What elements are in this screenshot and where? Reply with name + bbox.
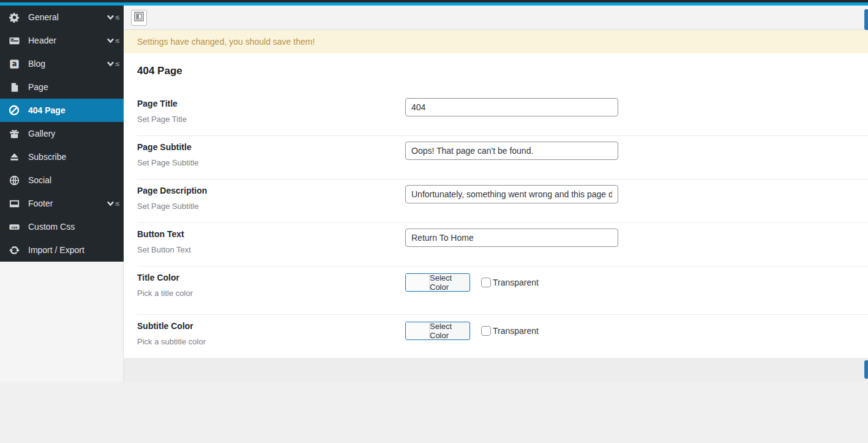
chevron-down-icon[interactable]: ≲ <box>107 14 120 20</box>
select-color-label: Select Color <box>430 274 470 291</box>
setting-label: Page Subtitle <box>137 142 405 153</box>
page-description-input[interactable] <box>405 185 618 203</box>
setting-description: Set Page Title <box>137 114 405 124</box>
sidebar-item-blog[interactable]: a Blog ≲ <box>0 52 124 75</box>
setting-label: Title Color <box>137 272 405 284</box>
globe-icon <box>8 174 20 186</box>
sidebar-item-label: Page <box>28 82 48 92</box>
sidebar-item-header[interactable]: Header ≲ <box>0 29 124 52</box>
footer-icon <box>8 197 20 210</box>
save-button[interactable] <box>864 360 868 379</box>
transparent-label: Transparent <box>493 326 539 336</box>
setting-row-page-description: Page Description Set Page Subtitle <box>124 180 868 223</box>
sidebar-item-page[interactable]: Page <box>0 75 124 99</box>
gear-icon <box>8 11 20 23</box>
ban-icon <box>8 104 20 116</box>
subtitle-color-select-button[interactable]: Select Color <box>405 322 470 340</box>
select-color-label: Select Color <box>430 322 470 339</box>
sidebar-item-label: Social <box>28 175 51 185</box>
sidebar-item-label: Header <box>28 36 56 45</box>
svg-text:a: a <box>12 59 17 68</box>
color-swatch <box>406 274 430 291</box>
settings-changed-notice: Settings have changed, you should save t… <box>124 30 868 53</box>
blog-icon: a <box>8 58 20 70</box>
sidebar: General ≲ Header ≲ a Blog ≲ <box>0 6 124 382</box>
settings-rows: Page Title Set Page Title Page Subtitle … <box>124 93 868 358</box>
page-subtitle-input[interactable] <box>405 142 618 160</box>
sidebar-item-label: Footer <box>28 199 53 208</box>
sidebar-menu: General ≲ Header ≲ a Blog ≲ <box>0 6 124 262</box>
css-icon: css <box>8 221 20 233</box>
sidebar-item-custom-css[interactable]: css Custom Css <box>0 215 124 238</box>
sidebar-item-404-page[interactable]: 404 Page <box>0 99 124 122</box>
page-title-input[interactable] <box>405 98 618 116</box>
chevron-down-icon[interactable]: ≲ <box>107 200 120 206</box>
setting-label: Subtitle Color <box>137 320 405 332</box>
chevron-down-icon[interactable]: ≲ <box>107 61 120 67</box>
subtitle-transparent-option[interactable]: Transparent <box>481 326 539 336</box>
save-button[interactable] <box>864 9 868 30</box>
setting-description: Set Button Text <box>137 244 405 255</box>
eject-icon <box>8 151 20 163</box>
sidebar-item-label: Custom Css <box>28 222 75 232</box>
setting-row-subtitle-color: Subtitle Color Pick a subtitle color Sel… <box>124 315 868 358</box>
setting-row-page-subtitle: Page Subtitle Set Page Subtitle <box>124 136 868 180</box>
setting-label: Page Description <box>137 185 405 197</box>
sidebar-item-subscribe[interactable]: Subscribe <box>0 145 124 168</box>
setting-description: Pick a title color <box>137 288 405 298</box>
page-icon <box>8 81 20 93</box>
toolbar <box>124 6 868 30</box>
sidebar-item-import-export[interactable]: Import / Export <box>0 238 124 262</box>
sidebar-item-label: Gallery <box>28 129 55 138</box>
notice-text: Settings have changed, you should save t… <box>137 37 315 47</box>
setting-description: Pick a subtitle color <box>137 336 405 347</box>
layout-toggle-button[interactable] <box>131 10 147 26</box>
setting-row-page-title: Page Title Set Page Title <box>124 93 868 136</box>
color-swatch <box>406 322 430 339</box>
sidebar-item-label: General <box>28 12 59 22</box>
setting-description: Set Page Subtitle <box>137 157 405 168</box>
page-title: 404 Page <box>124 53 868 77</box>
svg-text:css: css <box>11 225 18 229</box>
setting-label: Page Title <box>137 98 405 110</box>
sidebar-item-label: 404 Page <box>28 105 65 115</box>
sidebar-item-footer[interactable]: Footer ≲ <box>0 192 124 215</box>
setting-row-title-color: Title Color Pick a title color Select Co… <box>124 267 868 315</box>
settings-content: 404 Page Page Title Set Page Title Page … <box>124 53 868 358</box>
main-panel: Settings have changed, you should save t… <box>124 6 868 382</box>
title-color-select-button[interactable]: Select Color <box>405 273 470 292</box>
setting-row-button-text: Button Text Set Button Text <box>124 223 868 267</box>
footer-bar <box>124 358 868 382</box>
transparent-checkbox[interactable] <box>481 326 491 336</box>
sidebar-item-label: Blog <box>28 59 45 69</box>
sync-icon <box>8 244 20 256</box>
sidebar-item-label: Import / Export <box>28 245 84 255</box>
button-text-input[interactable] <box>405 229 618 247</box>
setting-description: Set Page Subtitle <box>137 201 405 211</box>
sidebar-item-general[interactable]: General ≲ <box>0 6 124 29</box>
header-icon <box>8 34 20 47</box>
sidebar-item-social[interactable]: Social <box>0 168 124 192</box>
transparent-label: Transparent <box>493 278 539 287</box>
sidebar-item-label: Subscribe <box>28 152 66 162</box>
setting-label: Button Text <box>137 229 405 240</box>
title-transparent-option[interactable]: Transparent <box>481 278 539 287</box>
chevron-down-icon[interactable]: ≲ <box>107 37 120 44</box>
gift-icon <box>8 127 20 140</box>
sidebar-item-gallery[interactable]: Gallery <box>0 122 124 145</box>
transparent-checkbox[interactable] <box>481 278 491 287</box>
layout-icon <box>134 12 144 24</box>
